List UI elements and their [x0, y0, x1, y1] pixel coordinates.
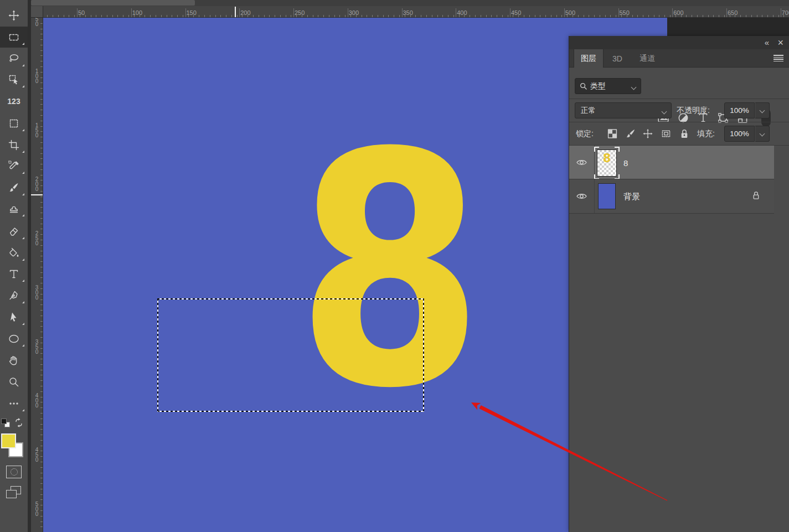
- chevron-down-icon: [760, 131, 765, 137]
- ruler-label: 2 5 0: [31, 231, 43, 246]
- zoom-tool[interactable]: [0, 371, 28, 392]
- ruler-vertical[interactable]: 5 01 0 01 5 02 0 02 5 03 0 03 5 04 0 04 …: [31, 18, 43, 532]
- marching-ants-top: [157, 298, 424, 299]
- ruler-label: 1 5 0: [31, 122, 43, 137]
- fill-label: 填充:: [697, 126, 715, 142]
- screen-mode-button[interactable]: [6, 486, 22, 499]
- ruler-label: 50: [78, 9, 85, 16]
- quick-mask-mode-button[interactable]: [6, 466, 22, 478]
- lock-transparent-pixels-button[interactable]: [607, 128, 618, 139]
- tool-flyout-indicator: [22, 43, 24, 45]
- toolbar-divider: [28, 0, 31, 532]
- blend-mode-select[interactable]: 正常: [575, 102, 672, 118]
- brush-tool[interactable]: [0, 177, 28, 198]
- document-tab-bar[interactable]: [31, 0, 195, 6]
- ruler-label: 4 0 0: [31, 393, 43, 408]
- eye-icon: [576, 193, 587, 200]
- eyedropper-tool[interactable]: [0, 156, 28, 177]
- cursor-position-marker-horizontal: [235, 7, 236, 17]
- slice-tool[interactable]: [0, 113, 28, 134]
- thumbnail-digit: 8: [597, 150, 616, 167]
- layer-row-background[interactable]: 背景: [569, 179, 774, 213]
- layer-list: 8 8 背景: [569, 145, 789, 213]
- fill-value-field[interactable]: 100%: [724, 126, 755, 142]
- default-colors-icon[interactable]: [1, 419, 12, 428]
- blend-opacity-row: 正常 不透明度: 100%: [569, 99, 789, 122]
- type-tool[interactable]: [0, 264, 28, 285]
- layer-visibility-cell[interactable]: [569, 179, 595, 213]
- photoshop-window: 5010015020025030035040045050055060065070…: [0, 0, 789, 532]
- eraser-tool[interactable]: [0, 221, 28, 242]
- lock-icon: [751, 190, 761, 200]
- ruler-label: 300: [349, 9, 359, 16]
- lock-position-button[interactable]: [643, 128, 653, 139]
- ruler-label: 200: [240, 9, 250, 16]
- clone-stamp-tool[interactable]: [0, 198, 28, 219]
- layer-thumbnail[interactable]: 8: [597, 149, 617, 177]
- ruler-origin-box[interactable]: [31, 6, 43, 18]
- tab-channels[interactable]: 通道: [631, 49, 663, 68]
- opacity-label: 不透明度:: [677, 102, 710, 118]
- tools-panel: 123: [0, 0, 28, 532]
- blend-mode-value: 正常: [581, 106, 596, 116]
- lock-image-pixels-button[interactable]: [626, 128, 636, 139]
- marching-ants-right: [423, 298, 424, 412]
- chevron-down-icon: [631, 85, 637, 90]
- ruler-label: 650: [728, 9, 738, 16]
- ruler-label: 1 0 0: [31, 68, 43, 83]
- collapse-panel-button[interactable]: «: [765, 37, 769, 48]
- move-tool[interactable]: [0, 5, 28, 26]
- object-selection-tool[interactable]: [0, 69, 28, 90]
- ruler-label: 250: [295, 9, 305, 16]
- layer-filter-type-select[interactable]: 类型: [575, 78, 641, 94]
- count-tool-label: 123: [7, 97, 20, 106]
- quick-mask-icon: [11, 468, 18, 476]
- path-selection-tool[interactable]: [0, 307, 28, 328]
- lock-label: 锁定:: [576, 126, 594, 142]
- ruler-label: 5 0: [31, 18, 43, 27]
- layer-filter-row: 类型: [569, 68, 789, 99]
- ruler-label: 700: [782, 9, 789, 16]
- crop-tool[interactable]: [0, 135, 28, 156]
- chevron-down-icon: [662, 109, 667, 115]
- pen-tool[interactable]: [0, 285, 28, 306]
- hand-tool[interactable]: [0, 350, 28, 371]
- rectangular-marquee-tool[interactable]: [0, 27, 28, 48]
- swap-colors-icon[interactable]: [13, 417, 24, 428]
- panel-header-bar: « ×: [569, 36, 789, 49]
- filter-type-label: 类型: [590, 81, 606, 91]
- lock-artboard-button[interactable]: [661, 128, 672, 139]
- ruler-label: 3 0 0: [31, 285, 43, 299]
- close-panel-button[interactable]: ×: [777, 37, 783, 49]
- panel-menu-icon[interactable]: [773, 55, 783, 61]
- cursor-position-marker-vertical: [31, 194, 43, 195]
- layer-row-8[interactable]: 8 8: [569, 146, 774, 179]
- layer-name: 8: [623, 158, 628, 167]
- fill-dropdown-button[interactable]: [755, 126, 770, 142]
- ruler-label: 5 0 0: [31, 501, 43, 516]
- opacity-dropdown-button[interactable]: [755, 102, 770, 118]
- opacity-value-field[interactable]: 100%: [724, 102, 755, 118]
- tab-layers[interactable]: 图层: [574, 49, 604, 68]
- lasso-tool[interactable]: [0, 48, 28, 69]
- layer-visibility-cell[interactable]: [569, 146, 595, 179]
- ruler-label: 150: [187, 9, 197, 16]
- ellipse-tool[interactable]: [0, 328, 28, 349]
- ruler-label: 100: [132, 9, 142, 16]
- panel-tab-strip: 图层 3D 通道: [569, 49, 789, 68]
- tab-3d[interactable]: 3D: [604, 49, 631, 68]
- edit-toolbar-ellipsis[interactable]: [0, 393, 28, 414]
- chevron-down-icon: [760, 108, 765, 113]
- lock-all-button[interactable]: [679, 128, 690, 139]
- marching-ants-bottom: [157, 411, 424, 412]
- ruler-label: 350: [403, 9, 413, 16]
- default-foreground-swatch: [1, 419, 7, 424]
- paint-bucket-tool[interactable]: [0, 242, 28, 264]
- marching-ants-left: [157, 298, 158, 412]
- eye-icon: [576, 159, 587, 166]
- layer-thumbnail[interactable]: [598, 183, 616, 209]
- count-tool[interactable]: 123: [0, 91, 28, 112]
- foreground-color-swatch[interactable]: [1, 433, 16, 448]
- top-strip: [31, 0, 789, 6]
- ruler-horizontal[interactable]: 5010015020025030035040045050055060065070…: [31, 6, 789, 18]
